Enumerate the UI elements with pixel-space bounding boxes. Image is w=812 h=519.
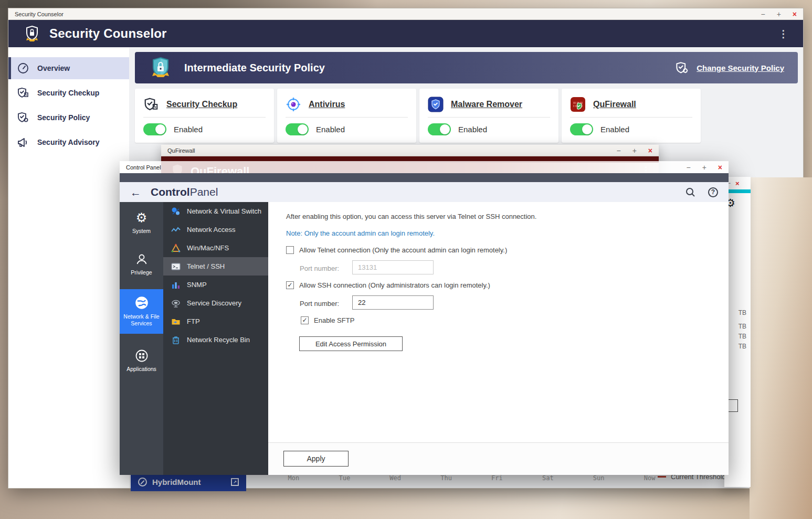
apply-button[interactable]: Apply	[283, 451, 349, 467]
control-panel-top-strip	[120, 173, 729, 182]
sidebar-item-label: Security Policy	[37, 113, 90, 122]
subnav-win-mac-nfs[interactable]: Win/Mac/NFS	[163, 239, 268, 257]
category-privilege[interactable]: Privilege	[120, 248, 163, 281]
status-label: Enabled	[174, 125, 203, 134]
sidebar-item-label: Security Checkup	[37, 89, 99, 97]
subnav-label: Network Recycle Bin	[187, 336, 250, 344]
bar-chart-icon	[171, 280, 181, 290]
axis-label: Mon	[268, 474, 319, 482]
subnav-ftp[interactable]: FTP	[163, 312, 268, 331]
subnav-network-virtual-switch[interactable]: Network & Virtual Switch	[163, 202, 268, 220]
close-icon[interactable]: ×	[648, 147, 652, 154]
hybridmount-icon	[138, 478, 147, 486]
change-security-policy[interactable]: Change Security Policy	[675, 61, 784, 75]
control-panel-subnav: Network & Virtual Switch Network Access …	[163, 202, 268, 475]
hybridmount-label: HybridMount	[152, 478, 201, 486]
shield-gear-icon	[675, 61, 689, 75]
sidebar-item-security-advisory[interactable]: Security Advisory	[8, 131, 129, 153]
note-text: Note: Only the account admin can login r…	[286, 229, 435, 237]
maximize-icon[interactable]: +	[777, 10, 781, 18]
virtual-switch-icon	[171, 206, 181, 216]
security-counselor-logo-icon	[23, 25, 41, 43]
external-link-icon[interactable]: ↗	[231, 478, 239, 486]
close-icon[interactable]: ×	[718, 164, 722, 171]
desktop-shade-left	[0, 0, 8, 220]
enable-sftp-checkbox[interactable]: ✓	[301, 316, 309, 324]
telnet-ssh-panel: After enabling this option, you can acce…	[268, 202, 729, 475]
subnav-label: Telnet / SSH	[187, 262, 225, 270]
card-divider	[286, 117, 408, 118]
allow-ssh-checkbox[interactable]: ✓	[286, 281, 294, 289]
feature-cards-row: Security Checkup Enabled Antivirus	[135, 89, 701, 143]
axis-label: Tue	[319, 474, 370, 482]
subnav-telnet-ssh[interactable]: Telnet / SSH	[163, 257, 268, 276]
minimize-icon[interactable]: −	[761, 10, 765, 18]
qufirewall-window-title: QuFirewall	[167, 147, 195, 154]
gear-icon[interactable]: ⚙	[725, 197, 751, 209]
status-label: Enabled	[600, 125, 629, 134]
maximize-icon[interactable]: +	[632, 147, 637, 154]
allow-telnet-checkbox[interactable]	[286, 246, 294, 254]
search-icon[interactable]	[686, 187, 695, 197]
subnav-service-discovery[interactable]: Service Discovery	[163, 294, 268, 312]
security-checkup-toggle[interactable]	[143, 123, 166, 135]
sidebar-item-label: Overview	[37, 64, 70, 72]
subnav-label: Win/Mac/NFS	[187, 244, 229, 252]
edit-access-permission-button[interactable]: Edit Access Permission	[299, 336, 403, 351]
intro-text: After enabling this option, you can acce…	[286, 213, 536, 220]
close-icon[interactable]: ×	[735, 180, 740, 187]
apps-grid-icon	[135, 349, 149, 363]
back-arrow-icon[interactable]: ←	[130, 187, 141, 198]
desktop-wallpaper	[750, 177, 812, 519]
card-title-link[interactable]: QuFirewall	[593, 100, 636, 109]
card-divider	[428, 117, 550, 118]
qufirewall-titlebar[interactable]: QuFirewall − + ×	[161, 145, 659, 156]
card-malware-remover: Malware Remover Enabled	[419, 89, 558, 143]
more-menu-icon[interactable]: ⋮	[778, 28, 788, 40]
shield-check-icon	[143, 97, 159, 112]
enable-sftp-row: ✓ Enable SFTP	[301, 316, 354, 324]
card-qufirewall: QuFirewall Enabled	[562, 89, 701, 143]
policy-banner-title: Intermediate Security Policy	[184, 62, 325, 74]
help-icon[interactable]: ?	[708, 187, 718, 197]
telnet-port-input[interactable]	[352, 260, 434, 274]
close-icon[interactable]: ×	[793, 10, 797, 18]
card-title-link[interactable]: Security Checkup	[166, 100, 237, 109]
sidebar-item-security-policy[interactable]: Security Policy	[8, 107, 129, 129]
subnav-snmp[interactable]: SNMP	[163, 276, 268, 294]
category-network-file-services[interactable]: Network & File Services	[120, 289, 163, 333]
hybridmount-banner[interactable]: HybridMount ↗	[131, 472, 246, 491]
card-security-checkup: Security Checkup Enabled	[135, 89, 274, 143]
apply-bar: Apply	[268, 442, 729, 475]
control-panel-title: ControlPanel	[151, 186, 218, 198]
capacity-unit: TB	[739, 323, 746, 330]
malware-remover-toggle[interactable]	[428, 123, 451, 135]
control-panel-header: ← ControlPanel ?	[120, 182, 729, 202]
threshold-line-swatch	[658, 476, 666, 478]
network-access-icon	[171, 225, 181, 235]
sidebar-item-security-checkup[interactable]: Security Checkup	[8, 82, 129, 104]
category-applications[interactable]: Applications	[120, 344, 163, 377]
control-panel-titlebar[interactable]: Control Panel − + ×	[120, 161, 729, 173]
sidebar-item-overview[interactable]: Overview	[8, 57, 129, 79]
subnav-label: FTP	[187, 317, 200, 325]
minimize-icon[interactable]: −	[616, 147, 620, 154]
sc-sidebar: Overview Security Checkup Security Polic…	[8, 48, 129, 488]
status-label: Enabled	[458, 125, 487, 134]
axis-label: Thu	[421, 474, 472, 482]
minimize-icon[interactable]: −	[686, 164, 690, 171]
ssh-port-input[interactable]	[352, 295, 434, 310]
subnav-network-recycle-bin[interactable]: Network Recycle Bin	[163, 331, 268, 349]
card-title-link[interactable]: Antivirus	[309, 100, 345, 109]
axis-label: Sun	[573, 474, 624, 482]
sc-window-titlebar[interactable]: Security Counselor − + ×	[8, 8, 803, 20]
antivirus-toggle[interactable]	[286, 123, 309, 135]
malware-remover-icon	[428, 97, 444, 112]
maximize-icon[interactable]: +	[702, 164, 706, 171]
category-system[interactable]: ⚙ System	[120, 206, 163, 239]
change-security-policy-link[interactable]: Change Security Policy	[697, 63, 784, 72]
qufirewall-toggle[interactable]	[570, 123, 593, 135]
subnav-network-access[interactable]: Network Access	[163, 220, 268, 239]
sc-app-header: Security Counselor ⋮	[8, 20, 803, 47]
card-title-link[interactable]: Malware Remover	[451, 100, 522, 109]
